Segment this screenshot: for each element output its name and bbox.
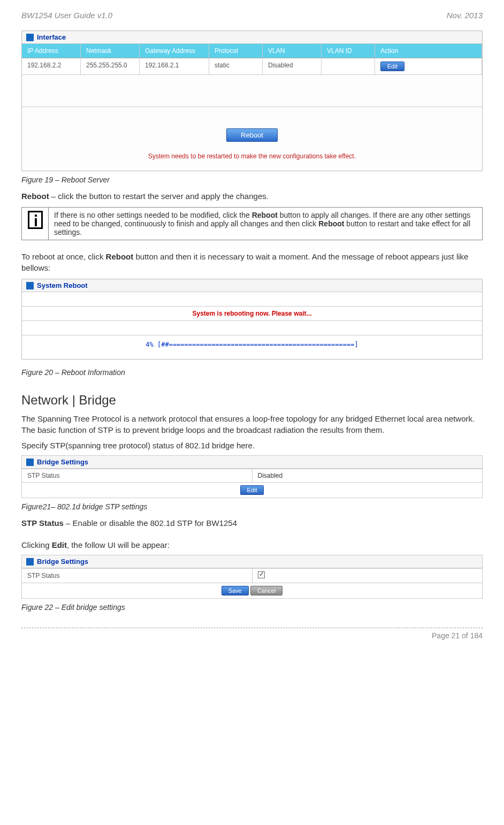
- bridge-settings-screenshot-2: Bridge Settings STP Status Save Cancel: [21, 555, 483, 599]
- figure-20-caption: Figure 20 – Reboot Information: [21, 368, 483, 377]
- reboot-status-message: System is rebooting now. Please wait...: [22, 307, 482, 321]
- restart-message: System needs to be restarted to make the…: [22, 147, 482, 171]
- system-reboot-header: System Reboot: [22, 279, 482, 292]
- panel-icon: [26, 282, 34, 289]
- system-reboot-screenshot: System Reboot System is rebooting now. P…: [21, 279, 483, 360]
- col-netmask-header: Netmask: [81, 44, 140, 58]
- bridge-para-2: Specify STP(spanning tree protocol) stat…: [21, 440, 483, 451]
- interface-screenshot: Interface IP Address Netmask Gateway Add…: [21, 30, 483, 171]
- save-cancel-row: Save Cancel: [22, 583, 483, 599]
- bridge-para-1: The Spanning Tree Protocol is a network …: [21, 413, 483, 436]
- system-reboot-title: System Reboot: [37, 281, 88, 289]
- edit-button[interactable]: Edit: [240, 485, 264, 495]
- cancel-button[interactable]: Cancel: [250, 586, 282, 595]
- stp-status-label: STP Status: [22, 469, 253, 483]
- interface-panel-title: Interface: [37, 33, 66, 41]
- bridge-panel-title-2: Bridge Settings: [37, 557, 88, 566]
- bridge-panel-header-2: Bridge Settings: [22, 555, 482, 568]
- cell-action: Edit: [375, 58, 482, 74]
- to-reboot-text: To reboot at once, click Reboot button a…: [21, 251, 483, 273]
- page-header: BW1254 User Guide v1.0 Nov. 2013: [21, 11, 483, 20]
- stp-status-value: Disabled: [252, 469, 483, 483]
- info-note-text: If there is no other settings needed to …: [49, 208, 483, 240]
- info-icon-cell: [22, 208, 49, 240]
- reboot-button-area: Reboot: [22, 107, 482, 147]
- bridge-settings-screenshot-1: Bridge Settings STP Status Disabled Edit: [21, 455, 483, 498]
- reboot-description: Reboot – click the button to restart the…: [21, 190, 483, 202]
- reboot-desc-text: – click the button to restart the server…: [49, 192, 269, 201]
- empty-space: [22, 75, 482, 107]
- reboot-bold: Reboot: [21, 192, 49, 201]
- edit-button-row: Edit: [22, 483, 483, 498]
- reboot-button[interactable]: Reboot: [226, 128, 278, 142]
- network-bridge-heading: Network | Bridge: [21, 393, 483, 408]
- doc-title: BW1254 User Guide v1.0: [21, 11, 112, 20]
- panel-icon: [26, 34, 34, 41]
- page-number: Page 21 of 184: [432, 631, 483, 640]
- save-button[interactable]: Save: [222, 586, 249, 595]
- cell-ip: 192.168.2.2: [22, 58, 81, 74]
- edit-button[interactable]: Edit: [380, 62, 404, 71]
- cell-gateway: 192.168.2.1: [140, 58, 209, 74]
- reboot-progress: 4% [##==================================…: [22, 335, 482, 359]
- figure-19-caption: Figure 19 – Reboot Server: [21, 175, 483, 184]
- page-footer: Page 21 of 184: [21, 628, 483, 640]
- cell-vlanid: [322, 58, 375, 74]
- cell-protocol: static: [209, 58, 263, 74]
- bridge-panel-title: Bridge Settings: [37, 458, 88, 466]
- stp-status-description: STP Status – Enable or disable the 802.1…: [21, 517, 483, 529]
- panel-icon: [26, 459, 34, 466]
- col-vlan-header: VLAN: [263, 44, 322, 58]
- clicking-edit-text: Clicking Edit, the follow UI will be app…: [21, 539, 483, 551]
- empty-row-2: [22, 321, 482, 335]
- figure-22-caption: Figure 22 – Edit bridge settings: [21, 603, 483, 612]
- stp-status-label-2: STP Status: [22, 569, 253, 583]
- empty-row: [22, 292, 482, 307]
- info-note-box: If there is no other settings needed to …: [21, 207, 483, 240]
- stp-status-checkbox[interactable]: [258, 571, 265, 578]
- cell-netmask: 255.255.255.0: [81, 58, 140, 74]
- bridge-panel-header: Bridge Settings: [22, 456, 482, 469]
- info-icon: [28, 211, 43, 229]
- interface-table-row: 192.168.2.2 255.255.255.0 192.168.2.1 st…: [22, 58, 482, 75]
- col-protocol-header: Protocol: [209, 44, 263, 58]
- col-vlanid-header: VLAN ID: [322, 44, 375, 58]
- col-action-header: Action: [375, 44, 482, 58]
- cell-vlan: Disabled: [263, 58, 322, 74]
- panel-icon: [26, 558, 34, 566]
- doc-date: Nov. 2013: [447, 11, 483, 20]
- col-ip-header: IP Address: [22, 44, 81, 58]
- col-gateway-header: Gateway Address: [140, 44, 209, 58]
- stp-status-checkbox-cell: [252, 569, 483, 583]
- figure-21-caption: Figure21– 802.1d bridge STP settings: [21, 502, 483, 511]
- interface-panel-header: Interface: [22, 31, 482, 44]
- interface-table-header: IP Address Netmask Gateway Address Proto…: [22, 44, 482, 58]
